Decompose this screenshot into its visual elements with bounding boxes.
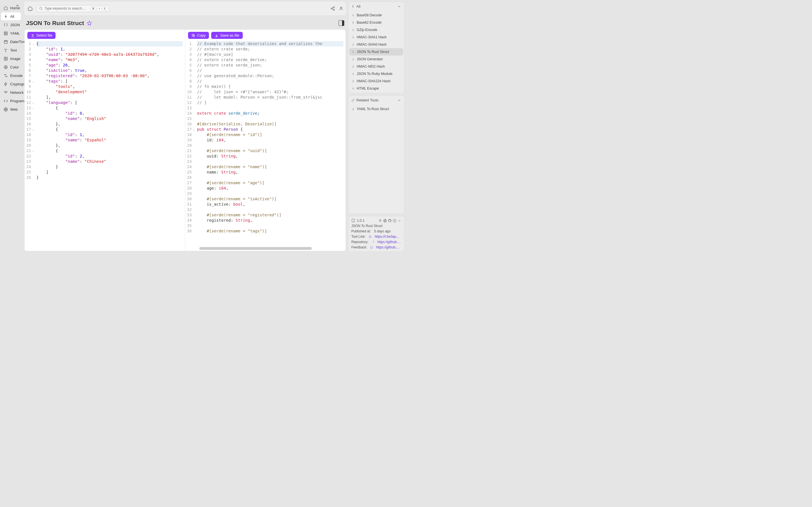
output-code-editor[interactable]: 1234567891011121314151617⌄18192021222324…	[185, 41, 346, 251]
feedback-link[interactable]: https://github.com/...	[376, 245, 401, 249]
grid-icon	[3, 31, 8, 36]
globe-icon	[3, 107, 8, 112]
svg-point-12	[333, 9, 335, 10]
main-area: ⌘ + K JSON To Rust Struct	[22, 0, 348, 253]
sidebar-item-label: Color	[10, 65, 19, 69]
tool-item[interactable]: JSON To Rust Struct	[349, 48, 403, 55]
sidebar-item-label: All	[10, 14, 14, 18]
pin-icon	[352, 36, 355, 39]
download-icon	[214, 34, 218, 38]
related-tool-item[interactable]: YAML To Rust Struct	[349, 105, 403, 113]
page-title: JSON To Rust Struct	[26, 20, 84, 26]
sidebar-item-json[interactable]: JSON	[1, 21, 21, 29]
copy-button[interactable]: Copy	[188, 32, 209, 39]
sidebar-item-label: Network	[10, 91, 24, 95]
globe-icon[interactable]	[383, 219, 387, 223]
sidebar-item-label: JSON	[10, 23, 20, 27]
pin-icon	[352, 43, 355, 46]
repo-link[interactable]: https://github.com...	[377, 240, 401, 244]
all-tools-header[interactable]: All	[349, 2, 404, 11]
collapse-sidebar-button[interactable]	[15, 3, 20, 8]
pin-icon	[351, 5, 355, 8]
user-button[interactable]	[339, 6, 343, 11]
sidebar-item-label: Image	[10, 57, 20, 61]
pin-icon	[352, 14, 355, 17]
chevron-down-icon	[397, 4, 401, 8]
svg-rect-2	[4, 34, 5, 35]
svg-rect-1	[6, 32, 7, 33]
input-code-editor[interactable]: 1⌄2345678⌄9101112⌄13⌄14151617⌄18192021⌄2…	[24, 41, 185, 251]
sidebar-item-color[interactable]: Color	[1, 63, 21, 71]
sidebar-item-label: Encode	[10, 73, 22, 78]
search-shortcut: ⌘ + K	[91, 6, 107, 11]
pin-icon	[352, 72, 355, 75]
sidebar-item-network[interactable]: Network	[1, 89, 21, 96]
github-icon[interactable]	[388, 219, 392, 223]
home-icon	[3, 6, 8, 10]
search-box[interactable]: ⌘ + K	[36, 5, 110, 12]
svg-point-10	[333, 6, 335, 8]
tool-item[interactable]: HMAC-SHA1 Hash	[349, 34, 403, 41]
svg-point-9	[40, 7, 42, 9]
tool-item[interactable]: Base62 Encode	[349, 19, 403, 26]
transform-icon	[3, 73, 8, 78]
tool-item[interactable]: Base58 Decode	[349, 11, 403, 19]
tool-item[interactable]: HMAC-SHA224 Hash	[349, 77, 403, 85]
pin-icon	[352, 21, 355, 24]
title-row: JSON To Rust Struct	[22, 16, 348, 29]
output-editor-pane: Copy Save as file 1234567891011121314151…	[185, 30, 346, 251]
layout-toggle-button[interactable]	[339, 20, 344, 26]
sidebar-item-web[interactable]: Web	[1, 105, 21, 113]
sidebar-item-image[interactable]: Image	[1, 55, 21, 62]
svg-rect-0	[4, 32, 5, 33]
pin-icon	[352, 108, 355, 111]
plug-icon[interactable]	[378, 219, 382, 223]
version-text: 1.0.1	[357, 219, 364, 223]
sidebar-item-label: Text	[10, 48, 17, 52]
search-input[interactable]	[45, 6, 89, 10]
right-sidebar: All Base58 DecodeBase62 EncodeGZip Encod…	[348, 0, 406, 253]
svg-point-13	[340, 7, 342, 8]
share-button[interactable]	[331, 6, 335, 11]
text-icon	[3, 48, 8, 52]
sidebar-item-label: Web	[10, 107, 18, 112]
chevron-down-icon[interactable]	[398, 219, 401, 223]
tool-name-text: JSON To Rust Struct	[351, 224, 401, 228]
tool-item[interactable]: HMAC-MD2 Hash	[349, 63, 403, 70]
copy-icon	[192, 34, 195, 38]
tool-link[interactable]: https://t.he3app.co...	[375, 235, 401, 238]
calendar-icon	[3, 40, 8, 44]
save-as-file-button[interactable]: Save as file	[211, 32, 243, 39]
svg-point-18	[393, 219, 396, 222]
svg-rect-3	[6, 34, 7, 35]
sidebar-item-cryptography[interactable]: Cryptography	[1, 80, 21, 88]
tool-item[interactable]: HMAC-SHA0 Hash	[349, 41, 403, 48]
sidebar-item-yaml[interactable]: YAML	[1, 29, 21, 37]
related-tools-header[interactable]: Related Tools	[349, 96, 404, 105]
sidebar: HomeAllJSONYAMLDate/TimeTextImageColorEn…	[0, 0, 22, 253]
horizontal-scrollbar[interactable]	[199, 247, 312, 250]
tool-item[interactable]: JSON Generator	[349, 55, 403, 63]
home-button[interactable]	[27, 5, 34, 12]
tool-item[interactable]: JSON To Ruby Module	[349, 70, 403, 77]
svg-rect-19	[369, 236, 371, 237]
tool-item[interactable]: HTML Escape	[349, 85, 403, 92]
svg-point-6	[5, 58, 6, 59]
sidebar-item-all[interactable]: All	[1, 12, 21, 20]
pin-icon	[352, 50, 355, 54]
tool-item[interactable]: GZip Encode	[349, 26, 403, 34]
pin-icon	[352, 29, 355, 32]
pin-icon	[352, 87, 355, 90]
select-file-button[interactable]: Select file	[28, 32, 56, 39]
braces-icon	[3, 22, 8, 27]
image-icon	[3, 56, 8, 61]
favorite-button[interactable]	[87, 20, 92, 25]
sidebar-item-programming[interactable]: Programming	[1, 97, 21, 105]
sidebar-item-text[interactable]: Text	[1, 46, 21, 54]
pin-icon	[352, 65, 355, 68]
svg-point-20	[370, 246, 373, 248]
upload-icon	[31, 34, 35, 38]
sidebar-item-encode[interactable]: Encode	[1, 71, 21, 79]
check-icon[interactable]	[393, 219, 396, 223]
sidebar-item-date-time[interactable]: Date/Time	[1, 38, 21, 46]
